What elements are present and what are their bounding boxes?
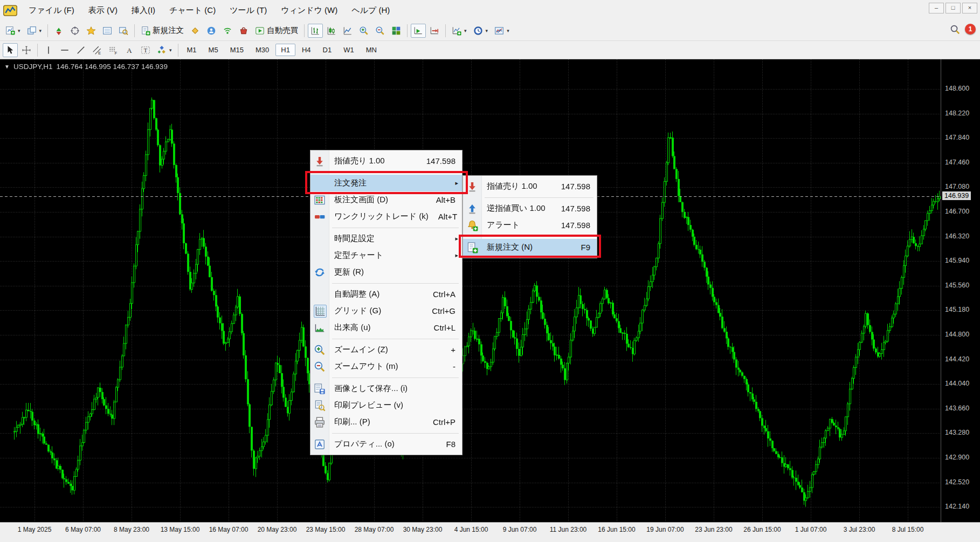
vertical-line-button[interactable] [41, 43, 56, 57]
price-axis-label: 147.840 [945, 134, 969, 141]
community-button[interactable] [204, 24, 219, 38]
strategy-tester-button[interactable] [116, 24, 131, 38]
context-menu-item-sell-limit[interactable]: 指値売り 1.00147.598 [310, 153, 462, 169]
zoom-in-button[interactable] [356, 24, 371, 38]
dropdown-arrow-icon[interactable]: ▾ [169, 47, 172, 53]
context-menu-item-save-as-picture[interactable]: 画像として保存... (i) [310, 380, 462, 397]
context-menu-item-refresh[interactable]: 更新 (R) [310, 264, 462, 280]
price-axis-label: 142.900 [945, 454, 969, 461]
dropdown-arrow-icon[interactable]: ▾ [486, 28, 488, 33]
timeframe-m15-button[interactable]: M15 [225, 44, 249, 56]
context-menu-shortcut: Ctrl+A [433, 290, 456, 299]
svg-text:E: E [98, 50, 101, 54]
context-menu-item-properties[interactable]: プロパティ... (o)F8 [310, 436, 462, 452]
cursor-button[interactable] [3, 43, 18, 57]
order-submenu-item-new-order[interactable]: 新規注文 (N)F9 [463, 239, 597, 256]
context-menu-item-templates[interactable]: 定型チャート▸ [310, 247, 462, 264]
timeframe-mn-button[interactable]: MN [361, 44, 382, 56]
context-menu-item-depth-of-market[interactable]: 板注文画面 (D)Alt+B [310, 191, 462, 208]
indicators-button[interactable]: ▾ [449, 24, 470, 38]
periods-button[interactable]: ▾ [471, 24, 491, 38]
context-menu-item-one-click-trading[interactable]: ワンクリックトレード (k)Alt+T [310, 208, 462, 225]
navigator-button[interactable] [84, 24, 99, 38]
new-chart-button[interactable]: ▾ [3, 24, 23, 38]
profiles-button[interactable]: ▾ [24, 24, 45, 38]
metaeditor-button[interactable] [188, 24, 203, 38]
zoom-out-button[interactable] [372, 24, 388, 38]
price-axis-label: 147.080 [945, 183, 969, 190]
time-axis-label: 23 Jun 23:00 [695, 526, 732, 533]
templates-button[interactable]: ▾ [492, 24, 512, 38]
menubar-item-2[interactable]: 挿入(I) [125, 3, 162, 17]
timeframe-w1-button[interactable]: W1 [338, 44, 360, 56]
menubar-item-0[interactable]: ファイル (F) [22, 3, 81, 17]
autotrading-button[interactable]: 自動売買 [252, 23, 301, 38]
chart-shift-button[interactable] [427, 24, 442, 38]
context-menu-item-zoom-in[interactable]: ズームイン (Z)+ [310, 341, 462, 358]
context-menu-item-order-submenu[interactable]: 注文発注▸ [310, 175, 462, 191]
collapse-triangle-icon[interactable]: ▼ [4, 64, 10, 70]
time-axis[interactable]: 1 May 20256 May 07:008 May 23:0013 May 1… [0, 522, 980, 542]
arrows-button[interactable]: ▾ [154, 43, 175, 57]
chart-line-button[interactable] [340, 24, 355, 38]
text-label-button[interactable]: T [138, 43, 153, 57]
chart-bars-button[interactable] [308, 24, 323, 38]
terminal-button[interactable] [100, 24, 115, 38]
context-menu-item-print[interactable]: 印刷... (P)Ctrl+P [310, 414, 462, 430]
submenu-arrow-icon: ▸ [455, 252, 458, 259]
signals-button[interactable] [220, 24, 235, 38]
timeframe-h4-button[interactable]: H4 [296, 44, 316, 56]
context-menu-item-grid[interactable]: グリッド (G)Ctrl+G [310, 303, 462, 319]
tile-windows-button[interactable] [389, 24, 404, 38]
minimize-button[interactable]: – [929, 3, 944, 13]
context-menu-item-zoom-out[interactable]: ズームアウト (m)- [310, 358, 462, 375]
order-submenu-item-buy-stop[interactable]: 逆指値買い 1.00147.598 [463, 200, 597, 217]
timeframe-h1-button[interactable]: H1 [275, 44, 295, 56]
symbol-period-label: USDJPY,H1 [13, 63, 53, 71]
dropdown-arrow-icon[interactable]: ▾ [464, 28, 467, 33]
restore-button[interactable]: □ [946, 3, 961, 13]
data-window-button[interactable] [67, 24, 82, 38]
context-menu-label: プロパティ... (o) [334, 439, 436, 449]
menubar-item-1[interactable]: 表示 (V) [81, 3, 125, 17]
order-submenu-item-alert[interactable]: アラート147.598 [463, 217, 597, 234]
candlestick-chart[interactable] [0, 59, 941, 522]
price-axis[interactable]: 146.939 148.600148.220147.840147.460147.… [941, 59, 980, 522]
chart-line-icon [343, 26, 353, 36]
trendline-button[interactable] [73, 43, 88, 57]
timeframe-m5-button[interactable]: M5 [203, 44, 224, 56]
dropdown-arrow-icon[interactable]: ▾ [18, 28, 20, 33]
metatrader-window: ファイル (F)表示 (V)挿入(I)チャート (C)ツール (T)ウィンドウ … [0, 0, 980, 542]
chart-area[interactable]: ▼ USDJPY,H1 146.764 146.995 146.737 146.… [0, 59, 980, 542]
menubar-item-6[interactable]: ヘルプ (H) [344, 3, 397, 17]
horizontal-line-button[interactable] [57, 43, 72, 57]
dropdown-arrow-icon[interactable]: ▾ [507, 28, 509, 33]
search-icon[interactable] [950, 24, 960, 35]
timeframe-m1-button[interactable]: M1 [182, 44, 202, 56]
crosshair-button[interactable] [19, 43, 34, 57]
chart-candles-button[interactable] [324, 24, 339, 38]
timeframe-d1-button[interactable]: D1 [318, 44, 337, 56]
notification-badge[interactable]: 1 [965, 24, 976, 35]
equidistant-channel-button[interactable]: E [89, 43, 105, 57]
timeframe-m30-button[interactable]: M30 [250, 44, 274, 56]
menubar-item-3[interactable]: チャート (C) [162, 3, 223, 17]
fibonacci-button[interactable]: F [106, 43, 121, 57]
context-menu-item-print-preview[interactable]: 印刷プレビュー (v) [310, 397, 462, 414]
text-button[interactable]: A [122, 43, 137, 57]
dropdown-arrow-icon[interactable]: ▾ [39, 28, 42, 33]
menubar-item-4[interactable]: ツール (T) [223, 3, 274, 17]
market-button[interactable] [236, 24, 251, 38]
menubar-item-5[interactable]: ウィンドウ (W) [274, 3, 344, 17]
price-axis-label: 146.320 [945, 232, 969, 240]
auto-scroll-button[interactable] [411, 24, 426, 38]
close-button[interactable]: × [962, 3, 977, 13]
order-submenu-item-sell-limit[interactable]: 指値売り 1.00147.598 [463, 178, 597, 195]
new-order-button[interactable]: 新規注文 [138, 23, 187, 38]
context-menu-item-volumes[interactable]: 出来高 (u)Ctrl+L [310, 319, 462, 336]
context-menu-item-timeframes[interactable]: 時間足設定▸ [310, 230, 462, 247]
context-menu-item-auto-arrange[interactable]: 自動調整 (A)Ctrl+A [310, 286, 462, 303]
time-axis-label: 26 Jun 15:00 [743, 526, 781, 533]
market-watch-button[interactable] [51, 24, 66, 38]
chart-bars-icon [310, 26, 320, 36]
